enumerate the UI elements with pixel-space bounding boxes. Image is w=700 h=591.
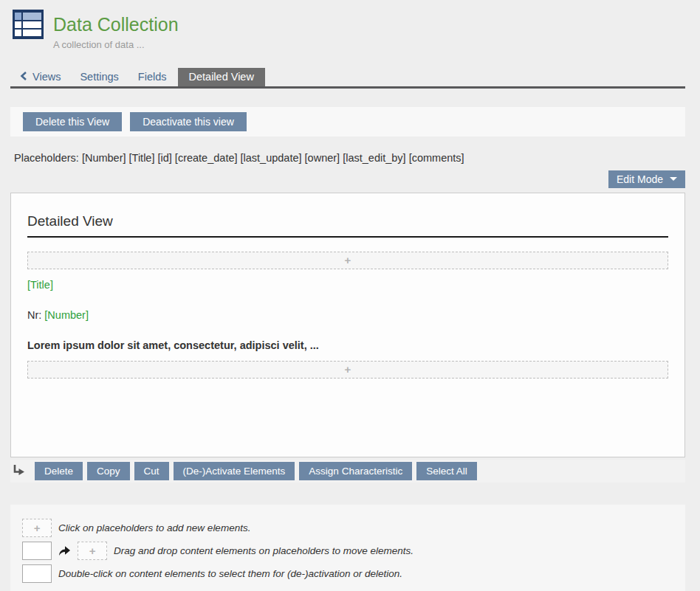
legend-panel: + Click on placeholders to add new eleme… — [10, 505, 685, 591]
placeholder-box-icon: + — [78, 542, 107, 560]
table-icon — [13, 10, 44, 50]
legend-row-move: + Drag and drop content elements on plac… — [22, 542, 673, 560]
plus-icon: + — [345, 255, 351, 266]
edit-mode-row: Edit Mode — [10, 170, 685, 188]
assign-characteristic-button[interactable]: Assign Characteristic — [299, 462, 412, 480]
insert-arrow-icon — [12, 464, 25, 477]
plus-icon: + — [89, 545, 96, 556]
chevron-left-icon — [20, 71, 27, 83]
body-text-element[interactable]: Lorem ipsum dolor sit amet, consectetur,… — [27, 339, 668, 351]
editor-panel: Detailed View + [Title] Nr:[Number] Lore… — [10, 193, 685, 457]
number-placeholder: [Number] — [44, 309, 89, 321]
tab-fields[interactable]: Fields — [128, 68, 176, 86]
chevron-down-icon — [670, 177, 677, 181]
copy-button[interactable]: Copy — [87, 462, 130, 480]
page-title: Data Collection — [53, 15, 179, 35]
number-element[interactable]: Nr:[Number] — [27, 309, 668, 321]
tab-bar: Views Settings Fields Detailed View — [10, 68, 685, 89]
nr-label: Nr: — [27, 309, 41, 321]
plus-icon: + — [34, 522, 41, 533]
view-heading: Detailed View — [27, 213, 668, 238]
plus-icon: + — [345, 364, 351, 375]
tab-detailed-view[interactable]: Detailed View — [178, 68, 265, 86]
element-toolbar: Delete Copy Cut (De-)Activate Elements A… — [10, 460, 685, 483]
de-activate-elements-button[interactable]: (De-)Activate Elements — [174, 462, 295, 480]
legend-row-select: Double-click on content elements to sele… — [22, 564, 673, 583]
title-placeholder-element[interactable]: [Title] — [27, 279, 668, 291]
content-element-box-icon — [22, 542, 52, 560]
delete-view-button[interactable]: Delete this View — [23, 112, 122, 131]
cut-button[interactable]: Cut — [134, 462, 169, 480]
move-arrow-icon — [58, 545, 71, 556]
page: Data Collection A collection of data ...… — [10, 0, 685, 591]
placeholders-info: Placeholders: [Number] [Title] [id] [cre… — [14, 152, 685, 164]
select-all-button[interactable]: Select All — [416, 462, 477, 480]
placeholder-dropzone-top[interactable]: + — [27, 252, 668, 269]
page-header: Data Collection A collection of data ... — [10, 0, 685, 50]
tab-views-label: Views — [32, 71, 61, 83]
tab-settings[interactable]: Settings — [70, 68, 128, 86]
content-element-box-icon — [22, 564, 52, 583]
legend-text-move: Drag and drop content elements on placeh… — [114, 545, 414, 556]
placeholder-box-icon: + — [22, 519, 52, 537]
legend-row-add: + Click on placeholders to add new eleme… — [22, 519, 673, 537]
edit-mode-dropdown[interactable]: Edit Mode — [608, 170, 685, 188]
legend-text-add: Click on placeholders to add new element… — [58, 522, 250, 533]
placeholder-dropzone-bottom[interactable]: + — [27, 361, 668, 379]
deactivate-view-button[interactable]: Deactivate this view — [130, 112, 247, 131]
tab-views[interactable]: Views — [10, 68, 70, 86]
edit-mode-label: Edit Mode — [617, 173, 663, 185]
delete-button[interactable]: Delete — [35, 462, 83, 480]
legend-text-select: Double-click on content elements to sele… — [58, 568, 402, 579]
page-subtitle: A collection of data ... — [53, 39, 179, 50]
view-action-bar: Delete this View Deactivate this view — [10, 107, 685, 136]
